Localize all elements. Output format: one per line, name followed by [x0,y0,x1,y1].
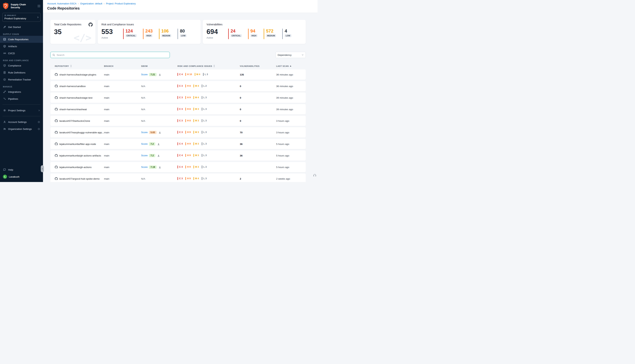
breadcrumb-organization-link[interactable]: Organization: default [80,2,102,5]
repo-cell[interactable]: lavakush07/argocd-hub-spoke-demo [55,177,104,180]
vulnerabilities-cell: 0 [240,120,276,122]
sbom-cell: Score7.2 [141,154,178,157]
risk-chip-high: H 9 [185,131,191,134]
github-icon [55,73,58,76]
table-row[interactable]: lavakush07/StarbucksClonemainN/AC 3H 8M … [50,116,306,126]
package-icon [3,45,6,48]
project-selector[interactable]: PROJECT Product Exploratory [3,13,41,22]
breadcrumb-separator: › [78,2,79,5]
repo-cell[interactable]: shash-harness/backstage-test [55,96,104,99]
table-row[interactable]: shash-harness/backstage-pluginsmainScore… [50,70,306,80]
sbom-score-value: 7.19 [149,166,156,169]
col-last-scan[interactable]: LAST SCAN [276,65,301,67]
table-row[interactable]: shash-harness/sandboxmainN/AC 3H 8M 4L 2… [50,81,306,91]
search-input[interactable] [57,54,168,56]
gear-icon [3,109,6,112]
table-row[interactable]: tejakummarikuntla/gh-actions-artifactsma… [50,150,306,161]
table-row[interactable]: lavakush07/argocd-hub-spoke-demomainN/AC… [50,174,306,182]
sidebar-item-ci-cd[interactable]: CI/CD [0,50,43,57]
chevron-right-icon [38,110,40,112]
repo-cell[interactable]: shash-harness/backstage-plugins [55,73,104,76]
sbom-cell: Score5.83 [141,131,178,134]
supply-chain-security-logo-icon [3,2,9,10]
sidebar-bottom: Help L Lavakush [0,166,43,182]
integrations-icon [3,90,6,93]
repo-cell[interactable]: tejakummarikuntla/filler-app-node [55,142,104,146]
dependency-filter-dropdown[interactable]: Dependency [276,52,306,58]
user-profile[interactable]: L Lavakush [0,173,43,180]
download-sbom-icon[interactable] [157,143,160,146]
download-sbom-icon[interactable] [159,74,161,76]
sidebar-item-get-started[interactable]: Get Started [0,24,43,30]
github-icon [89,22,93,27]
risk-cell: C 4H 9M 3L 3 [178,166,240,169]
repo-cell[interactable]: lavakush07/StarbucksClone [55,119,104,122]
sidebar-item-rule-definitions[interactable]: Rule Definitions [0,69,43,76]
vulnerabilities-cell: 36 [240,154,276,157]
risk-chip-medium: M 3 [194,131,199,134]
table-row[interactable]: tejakummarikuntla/filler-app-nodemainSco… [50,139,306,149]
sidebar-item-compliance[interactable]: Compliance [0,62,43,69]
risk-severity-stats: 124CRITICAL243HIGH106MEDIUM80LOW [123,29,187,39]
sbom-na: N/A [141,96,145,99]
risk-chip-high: H 8 [185,84,191,88]
repo-cell[interactable]: shash-harness/shashwat [55,108,104,111]
filter-label: Dependency [278,54,292,56]
stat-label: LOW [285,34,291,37]
sidebar-item-remediation-tracker[interactable]: Remediation Tracker [0,76,43,83]
sidebar-collapse-handle[interactable] [41,165,44,172]
col-repository[interactable]: REPOSITORY [55,65,104,67]
breadcrumb-project-link[interactable]: Project: Product Exploratory [106,2,136,5]
table-row[interactable]: shash-harness/shashwatmainN/AC 3H 8M 3L … [50,104,306,114]
sidebar-item-code-repositories[interactable]: Code Repositories [0,36,43,43]
main-area: Account: Automation-SSCA › Organization:… [43,0,318,182]
repo-cell[interactable]: tejakummarikuntla/gh-actions-artifacts [55,154,104,157]
last-scan-cell: 5 hours ago [276,166,301,168]
repo-cell[interactable]: lavakush07/easybuggy-vulnerable-app... [55,131,104,134]
info-icon [38,121,40,123]
download-sbom-icon[interactable] [159,166,161,168]
risk-chip-low: L 3 [202,177,207,180]
severity-stat-critical: 124CRITICAL [123,29,137,39]
repo-name: shash-harness/sandbox [59,85,86,88]
download-sbom-icon[interactable] [159,131,161,134]
col-sbom: SBOM [141,65,178,67]
sidebar-item-account-settings[interactable]: Account Settings [0,118,43,126]
last-scan-cell: 3 hours ago [276,120,301,122]
github-icon [55,177,58,180]
target-icon [3,78,6,81]
table-row[interactable]: shash-harness/backstage-testmainN/AC 3H … [50,92,306,103]
avatar: L [3,175,7,179]
branch-cell: main [104,108,141,111]
col-branch: BRANCH [104,65,141,67]
breadcrumb-account-link[interactable]: Account: Automation-SSCA [47,2,77,5]
vulnerabilities-cell: 2 [240,178,276,180]
col-risk-and-compliance[interactable]: RISK AND COMPLIANCE ISSUES [178,65,240,67]
sidebar-item-project-settings[interactable]: Project Settings [0,107,43,114]
risk-chip-low: L 2 [202,84,207,88]
last-scan-cell: 5 hours ago [276,143,301,146]
sbom-score-label: Score [141,166,148,168]
risk-cell: C 4H 9M 3L 3 [178,154,240,158]
sidebar-item-label: Artifacts [8,45,17,48]
table-row[interactable]: lavakush07/easybuggy-vulnerable-app...ma… [50,127,306,138]
sidebar-item-artifacts[interactable]: Artifacts [0,43,43,50]
sidebar-item-pipelines[interactable]: Pipelines [0,95,43,102]
table-row[interactable]: tejakummarikuntla/gh-actionsmainScore7.1… [50,162,306,172]
sidebar-item-help[interactable]: Help [0,166,43,173]
card-title: Vulnerabilities [207,23,302,26]
module-grid-icon[interactable] [38,4,41,8]
repo-cell[interactable]: tejakummarikuntla/gh-actions [55,166,104,168]
sbom-na: N/A [141,85,145,88]
risk-chip-low: L 3 [203,73,208,76]
risk-total: 553 Active [102,28,113,39]
support-headset-icon[interactable] [313,173,317,178]
repo-cell[interactable]: shash-harness/sandbox [55,85,104,88]
rocket-icon [3,26,6,28]
search-icon [52,54,55,56]
sidebar-item-label: Remediation Tracker [8,78,31,81]
download-sbom-icon[interactable] [157,154,160,157]
sidebar-item-organization-settings[interactable]: Organization Settings [0,126,43,132]
repo-name: shash-harness/backstage-plugins [59,73,96,76]
sidebar-item-integrations[interactable]: Integrations [0,88,43,95]
